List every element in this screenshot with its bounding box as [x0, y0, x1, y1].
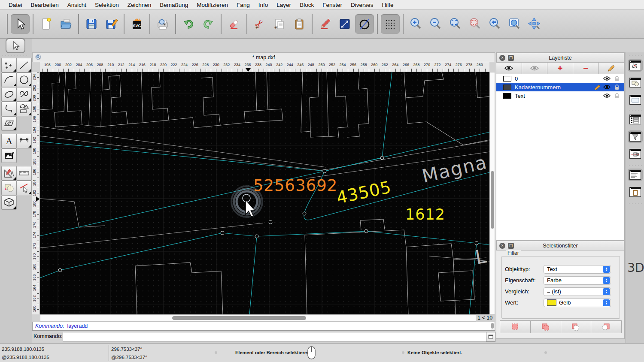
detach-window-icon[interactable]: ❐ [508, 243, 514, 249]
add-layer-button[interactable]: + [547, 63, 573, 74]
hide-all-layers-button[interactable] [522, 63, 548, 74]
select-add-button[interactable] [531, 321, 561, 333]
zoom-in-button[interactable] [407, 14, 425, 34]
redo-button[interactable] [199, 14, 218, 34]
edit-pencil-button[interactable] [316, 14, 334, 34]
edit-layer-button[interactable] [598, 63, 624, 74]
zoom-fit-button[interactable] [446, 14, 465, 34]
document-title-bar[interactable]: * map.dxf [32, 52, 495, 62]
shapes-window-button[interactable] [628, 76, 643, 89]
layer-color-swatch[interactable] [503, 93, 511, 99]
tool-dimension[interactable] [16, 134, 32, 148]
command-window-button[interactable] [628, 169, 643, 181]
clipboard-window-button[interactable] [628, 186, 643, 198]
command-console-button[interactable] [486, 332, 495, 342]
menu-item[interactable]: Fenster [318, 0, 346, 10]
zoom-out-button[interactable] [426, 14, 445, 34]
canvas-vertical-scrollbar[interactable] [489, 72, 495, 314]
layer-row[interactable]: Text [496, 91, 624, 100]
history-scrollbar[interactable] [491, 323, 494, 330]
palette-drag-dots[interactable] [1, 55, 30, 57]
menu-item[interactable]: Zeichnen [123, 0, 156, 10]
menu-item[interactable]: Bemaßung [155, 0, 192, 10]
tool-construction[interactable] [1, 166, 17, 181]
layer-lock-icon[interactable] [613, 83, 621, 91]
menu-item[interactable]: Selektion [91, 0, 123, 10]
circle-slash-button[interactable] [355, 14, 374, 34]
tool-line[interactable] [16, 58, 32, 72]
layer-row-selected[interactable]: Kadasternummern [496, 83, 624, 91]
tool-trim[interactable] [16, 181, 32, 195]
menu-item[interactable]: Datei [4, 0, 27, 10]
tool-text[interactable]: A [1, 134, 17, 148]
sidebar-drag-dots[interactable] [628, 55, 642, 57]
palette-select-button[interactable] [6, 38, 25, 53]
measure-button[interactable] [335, 14, 354, 34]
inspector-window-button[interactable] [628, 94, 643, 106]
cut-button[interactable]: ✂+ [250, 14, 269, 34]
menu-item[interactable]: Bearbeiten [27, 0, 63, 10]
transform-window-button[interactable] [628, 148, 643, 160]
tool-3d-box[interactable] [1, 195, 17, 210]
new-document-button[interactable] [36, 14, 55, 34]
open-file-button[interactable] [56, 14, 75, 34]
tool-boolean-clip[interactable] [1, 181, 17, 195]
print-preview-button[interactable] [153, 14, 172, 34]
tool-points[interactable] [1, 58, 17, 72]
select-intersect-button[interactable] [591, 321, 621, 333]
layer-lock-icon[interactable] [613, 92, 621, 100]
eraser-button[interactable] [225, 14, 243, 34]
scrollbar-thumb[interactable] [172, 316, 306, 320]
scrollbar-thumb[interactable] [491, 323, 494, 329]
tool-hatch[interactable] [1, 116, 17, 131]
layer-visible-icon[interactable] [603, 83, 611, 91]
tool-arc[interactable] [1, 72, 17, 87]
stepper-icon[interactable]: ▲▼ [603, 299, 610, 306]
layer-color-swatch[interactable] [503, 84, 511, 90]
layer-list-window-button[interactable] [628, 113, 643, 126]
copy-button[interactable]: + [270, 14, 289, 34]
stepper-icon[interactable]: ▲▼ [603, 277, 610, 284]
objekttyp-select[interactable]: Text ▲▼ [544, 265, 611, 274]
stepper-icon[interactable]: ▲▼ [603, 266, 610, 273]
select-subtract-button[interactable] [561, 321, 592, 333]
tool-circle[interactable] [16, 72, 32, 87]
tools-window-button[interactable] [628, 59, 643, 72]
tool-freeform-curve[interactable] [16, 87, 32, 102]
command-input[interactable] [63, 332, 488, 341]
select-new-button[interactable] [500, 321, 531, 333]
menu-item[interactable]: Block [295, 0, 318, 10]
vergleich-select[interactable]: = (ist) ▲▼ [544, 287, 611, 296]
3d-mode-label[interactable]: 3D [627, 260, 644, 275]
layer-edit-icon[interactable] [593, 83, 601, 91]
menu-item[interactable]: Diverses [346, 0, 378, 10]
menu-item[interactable]: Modifizieren [192, 0, 232, 10]
svg-export-button[interactable]: SVG [128, 14, 146, 34]
menu-item[interactable]: Layer [272, 0, 295, 10]
menu-item[interactable]: Info [254, 0, 273, 10]
tool-polyline[interactable] [1, 102, 17, 116]
wert-select[interactable]: Gelb ▲▼ [544, 299, 611, 307]
close-icon[interactable]: × [499, 55, 505, 61]
filter-window-button[interactable] [628, 130, 643, 143]
tool-ellipse[interactable] [1, 87, 17, 102]
select-arrow-button[interactable] [11, 14, 30, 34]
zoom-window-button[interactable] [505, 14, 524, 34]
close-icon[interactable]: × [499, 243, 505, 249]
paste-button[interactable] [290, 14, 309, 34]
layer-row[interactable]: 0 [496, 74, 624, 83]
tool-polygon-shapes[interactable] [16, 102, 32, 116]
menu-item[interactable]: Hilfe [377, 0, 398, 10]
save-button[interactable] [82, 14, 101, 34]
tool-ruler[interactable] [16, 166, 32, 181]
show-all-layers-button[interactable] [496, 63, 522, 74]
zoom-previous-button[interactable] [486, 14, 504, 34]
zoom-selection-button[interactable] [466, 14, 485, 34]
canvas-horizontal-scrollbar[interactable] [40, 314, 476, 322]
drawing-canvas[interactable]: 52563692 43505 1612 Magna A L [40, 72, 489, 314]
detach-window-icon[interactable]: ❐ [508, 55, 514, 61]
pan-button[interactable] [525, 14, 544, 34]
tool-image[interactable] [1, 148, 17, 163]
save-as-button[interactable] [102, 14, 121, 34]
menu-item[interactable]: Ansicht [63, 0, 91, 10]
